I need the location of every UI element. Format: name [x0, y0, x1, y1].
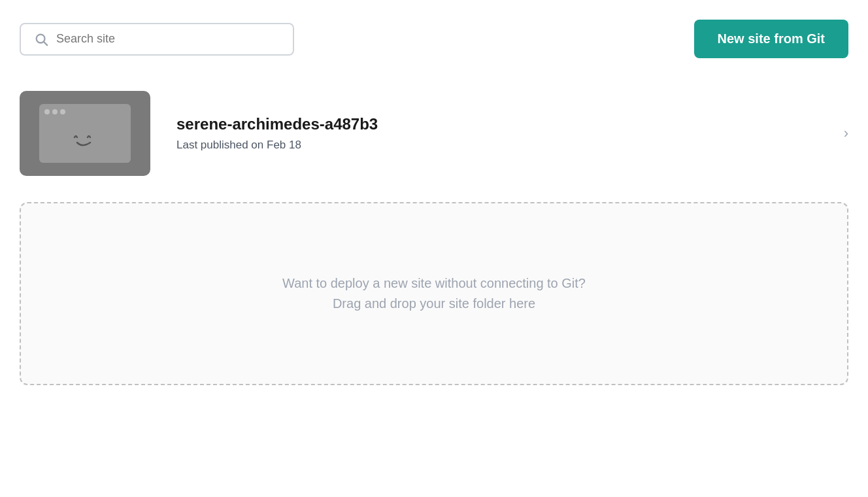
new-site-from-git-button[interactable]: New site from Git — [694, 20, 848, 58]
site-info: serene-archimedes-a487b3 Last published … — [176, 115, 844, 152]
search-input[interactable] — [56, 32, 280, 46]
thumbnail-dot-3 — [60, 109, 65, 114]
drop-zone-line1: Want to deploy a new site without connec… — [282, 276, 586, 291]
search-icon — [34, 32, 48, 46]
drop-zone-line2: Drag and drop your site folder here — [333, 296, 535, 311]
site-name: serene-archimedes-a487b3 — [176, 115, 844, 133]
top-bar: New site from Git — [20, 20, 848, 58]
site-last-published: Last published on Feb 18 — [176, 139, 844, 152]
thumbnail-dots — [44, 109, 65, 114]
thumbnail-dot-2 — [52, 109, 58, 114]
site-list-item[interactable]: serene-archimedes-a487b3 Last published … — [20, 84, 848, 182]
thumbnail-face — [44, 120, 125, 158]
thumbnail-inner — [39, 104, 131, 163]
thumbnail-dot-1 — [44, 109, 50, 114]
chevron-right-icon: › — [844, 125, 848, 142]
drop-zone[interactable]: Want to deploy a new site without connec… — [20, 202, 848, 385]
svg-line-1 — [44, 42, 47, 45]
site-thumbnail — [20, 91, 150, 176]
search-container — [20, 23, 294, 56]
